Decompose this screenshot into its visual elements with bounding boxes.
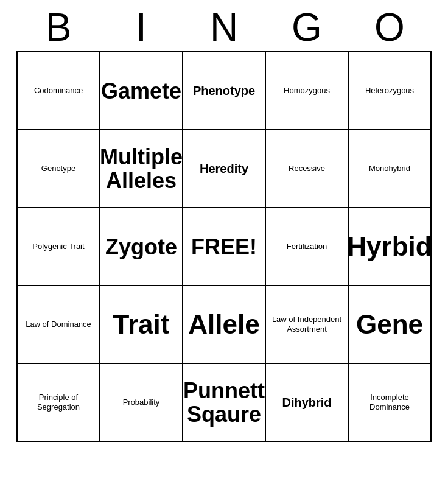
bingo-cell-14: Hyrbid (349, 208, 432, 286)
bingo-cell-19: Gene (349, 286, 432, 364)
bingo-cell-0: Codominance (18, 52, 100, 130)
bingo-cell-6: Multiple Alleles (100, 130, 183, 208)
bingo-cell-3: Homozygous (266, 52, 349, 130)
bingo-cell-4: Heterozygous (349, 52, 432, 130)
bingo-cell-7: Heredity (183, 130, 266, 208)
bingo-grid: CodominanceGametePhenotypeHomozygousHete… (16, 51, 432, 442)
bingo-cell-2: Phenotype (183, 52, 266, 130)
header-letter-O: O (348, 6, 431, 49)
bingo-cell-1: Gamete (100, 52, 183, 130)
bingo-cell-24: Incomplete Dominance (349, 364, 432, 442)
header-letter-I: I (100, 6, 183, 49)
bingo-cell-23: Dihybrid (266, 364, 349, 442)
bingo-cell-13: Fertilization (266, 208, 349, 286)
bingo-cell-17: Allele (183, 286, 266, 364)
header-letter-B: B (17, 6, 100, 49)
header-letter-N: N (183, 6, 265, 49)
bingo-cell-5: Genotype (18, 130, 100, 208)
bingo-cell-15: Law of Dominance (18, 286, 100, 364)
bingo-cell-9: Monohybrid (349, 130, 432, 208)
bingo-cell-22: Punnett Sqaure (183, 364, 266, 442)
bingo-cell-11: Zygote (100, 208, 183, 286)
header-letter-G: G (265, 6, 348, 49)
bingo-cell-8: Recessive (266, 130, 349, 208)
bingo-cell-18: Law of Independent Assortment (266, 286, 349, 364)
bingo-cell-12: FREE! (183, 208, 266, 286)
bingo-header: BINGO (17, 6, 431, 49)
bingo-cell-21: Probability (100, 364, 183, 442)
bingo-cell-20: Principle of Segregation (18, 364, 100, 442)
bingo-cell-10: Polygenic Trait (18, 208, 100, 286)
bingo-cell-16: Trait (100, 286, 183, 364)
